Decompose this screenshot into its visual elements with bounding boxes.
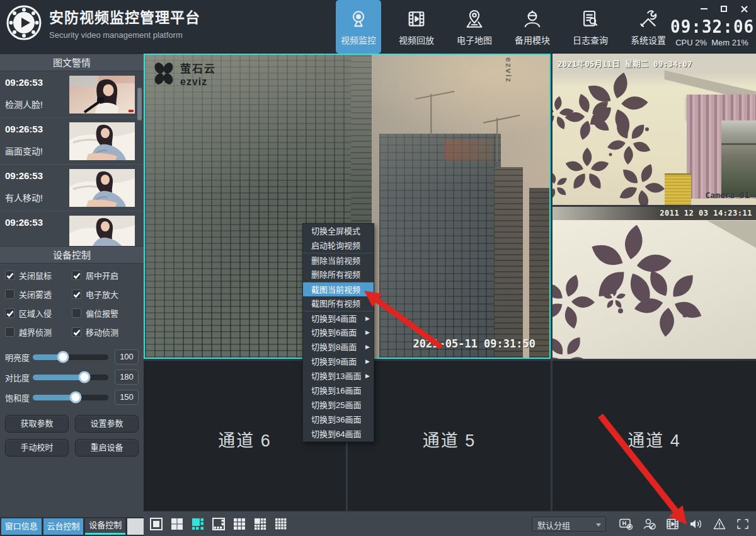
- person-restrict-icon[interactable]: [641, 516, 658, 532]
- alert-item[interactable]: 09:26:53 有人移动!: [0, 165, 144, 211]
- ezviz-cn-label: 萤石云: [180, 60, 216, 76]
- alert-item[interactable]: 09:26:53 检测人脸!: [0, 71, 144, 118]
- minimize-icon[interactable]: [699, 5, 708, 13]
- nav-e-map[interactable]: 电子地图: [452, 0, 497, 54]
- tab-device-control[interactable]: 设备控制: [85, 518, 125, 535]
- menu-item-switch-16[interactable]: 切换到16画面: [303, 383, 374, 398]
- camera-name-label: Camera 01: [706, 190, 750, 200]
- layout-4-icon[interactable]: [169, 516, 185, 532]
- menu-item-snapshot-current[interactable]: 截图当前视频: [303, 282, 374, 296]
- nav-video-monitor[interactable]: 视频监控: [336, 0, 381, 54]
- mem-usage: Mem 21%: [711, 38, 748, 47]
- saturation-slider[interactable]: [33, 395, 108, 400]
- hd-play-icon[interactable]: [618, 516, 634, 532]
- layout-8-icon[interactable]: [211, 516, 226, 532]
- alert-thumbnail[interactable]: [69, 216, 135, 246]
- saturation-value[interactable]: 150: [115, 390, 139, 405]
- tab-ptz-control[interactable]: 云台控制: [43, 518, 84, 535]
- alert-item[interactable]: 09:26:53 画面变动!: [0, 118, 144, 165]
- layout-9-icon[interactable]: [232, 516, 247, 532]
- map-pin-icon: [464, 8, 485, 30]
- menu-item-start-polling[interactable]: 启动轮询视频: [303, 238, 374, 253]
- checkbox-motion-detect[interactable]: 移动侦测: [72, 326, 139, 338]
- layout-switcher: [144, 516, 289, 532]
- ezviz-flower-icon: [151, 61, 176, 86]
- menu-item-switch-6[interactable]: 切换到6画面: [303, 325, 374, 340]
- checkbox-defog-off[interactable]: 关闭雾透: [5, 288, 72, 300]
- alert-time: 09:26:53: [5, 170, 43, 181]
- checkbox-icon: [5, 308, 14, 318]
- video-pane-cam-top[interactable]: 2021年05月11日 星期二 09:34:07 Camera 01: [553, 54, 756, 205]
- nav-backup-module[interactable]: 备用模块: [510, 0, 555, 54]
- menu-item-switch-64[interactable]: 切换到64画面: [303, 427, 374, 441]
- checkbox-center-on[interactable]: 居中开启: [72, 269, 139, 281]
- layout-1-icon[interactable]: [149, 516, 164, 532]
- layout-13-icon[interactable]: [253, 516, 268, 532]
- record-video-icon[interactable]: [665, 516, 681, 532]
- menu-item-switch-36[interactable]: 切换到36画面: [303, 412, 374, 427]
- tab-window-info[interactable]: 窗口信息: [1, 518, 42, 535]
- nav-video-playback[interactable]: 视频回放: [394, 0, 439, 54]
- alert-thumbnail[interactable]: [69, 169, 135, 207]
- group-select[interactable]: 默认分组: [532, 516, 606, 532]
- contrast-slider[interactable]: [33, 375, 108, 380]
- device-control-header: 设备控制: [0, 246, 144, 264]
- alerts-scrollbar[interactable]: [137, 88, 142, 120]
- video-stage: 萤石云 ezviz ezviz 2021-05-11 09:31:50: [144, 54, 756, 536]
- close-icon[interactable]: [740, 5, 748, 13]
- maximize-icon[interactable]: [719, 5, 728, 13]
- menu-item-fullscreen-mode[interactable]: 切换全屏模式: [303, 224, 374, 238]
- menu-item-delete-current[interactable]: 删除当前视频: [303, 253, 374, 267]
- manual-time-sync-button[interactable]: 手动校时: [5, 439, 69, 457]
- checkbox-close-mouse[interactable]: 关闭鼠标: [5, 269, 72, 281]
- menu-item-delete-all[interactable]: 删除所有视频: [303, 267, 374, 282]
- video-pane-cam-mid[interactable]: 2011 12 03 14:23:11: [553, 207, 756, 359]
- video-pane-channel-5[interactable]: 通道 5: [348, 361, 551, 511]
- tools-icon: [638, 8, 659, 30]
- menu-item-switch-25[interactable]: 切换到25画面: [303, 398, 374, 412]
- alert-time: 09:26:53: [5, 77, 43, 88]
- fullscreen-icon[interactable]: [735, 516, 751, 532]
- nav-system-settings[interactable]: 系统设置: [626, 0, 671, 54]
- alert-thumbnail[interactable]: [69, 76, 135, 114]
- menu-item-switch-9[interactable]: 切换到9画面: [303, 354, 374, 369]
- top-bar: 安防视频监控管理平台 Security video management pla…: [0, 0, 756, 54]
- set-params-button[interactable]: 设置参数: [75, 415, 139, 433]
- layout-6-icon[interactable]: [190, 516, 205, 532]
- video-pane-channel-4[interactable]: 通道 4: [553, 361, 756, 511]
- app-subtitle: Security video management platform: [49, 30, 200, 40]
- channel-label: 通道 4: [553, 427, 756, 452]
- channel-label: 通道 5: [348, 427, 551, 452]
- slider-thumb[interactable]: [78, 371, 90, 383]
- sidebar-tabs: 窗口信息 云台控制 设备控制: [0, 517, 144, 536]
- reboot-device-button[interactable]: 重启设备: [75, 439, 139, 457]
- device-checkbox-grid: 关闭鼠标 居中开启 关闭雾透 电子放大 区域入侵 偏位报警: [0, 264, 144, 341]
- menu-item-switch-8[interactable]: 切换到8画面: [303, 340, 374, 354]
- checkbox-digital-zoom[interactable]: 电子放大: [72, 288, 139, 300]
- brand: 安防视频监控管理平台 Security video management pla…: [6, 5, 200, 40]
- osd-timestamp: 2021-05-11 09:31:50: [413, 337, 536, 350]
- checkbox-offset-alarm[interactable]: 偏位报警: [72, 307, 139, 319]
- alert-label: 检测人脸!: [5, 98, 43, 110]
- alert-thumbnail[interactable]: [69, 122, 135, 160]
- menu-item-switch-4[interactable]: 切换到4画面: [303, 311, 374, 325]
- device-buttons: 获取参数 设置参数 手动校时 重启设备: [0, 407, 144, 457]
- alert-item[interactable]: 09:26:53: [0, 211, 144, 246]
- slider-thumb[interactable]: [57, 351, 69, 363]
- checkbox-icon: [72, 308, 81, 318]
- nav-log-query[interactable]: 日志查询: [568, 0, 613, 54]
- layout-16-icon[interactable]: [273, 516, 289, 532]
- checkbox-intrusion[interactable]: 区域入侵: [5, 307, 72, 319]
- slider-thumb[interactable]: [70, 392, 82, 404]
- volume-icon[interactable]: [688, 516, 704, 532]
- get-params-button[interactable]: 获取参数: [5, 415, 69, 433]
- brightness-slider[interactable]: [33, 354, 108, 360]
- menu-item-switch-13[interactable]: 切换到13画面: [303, 369, 374, 383]
- menu-item-snapshot-all[interactable]: 截图所有视频: [303, 296, 374, 311]
- contrast-value[interactable]: 180: [115, 370, 139, 385]
- toolbar-right: 默认分组: [532, 516, 751, 532]
- brightness-value[interactable]: 100: [115, 349, 139, 364]
- alarm-icon[interactable]: [711, 516, 728, 532]
- alert-label: 画面变动!: [5, 144, 43, 157]
- checkbox-line-cross[interactable]: 越界侦测: [5, 326, 72, 338]
